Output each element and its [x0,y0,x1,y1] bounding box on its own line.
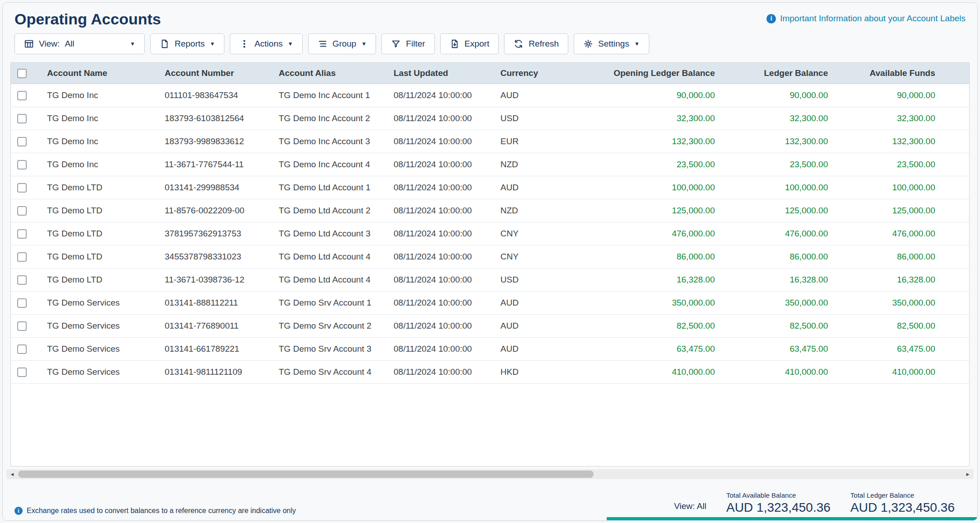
account-alias-cell: TG Demo Inc Account 3 [272,130,387,153]
group-button[interactable]: Group ▼ [308,33,376,54]
column-header-last-updated[interactable]: Last Updated [387,63,494,84]
row-checkbox[interactable] [17,368,27,377]
actions-button[interactable]: Actions ▼ [230,33,302,54]
account-number-cell: 013141-776890011 [158,314,272,337]
row-checkbox[interactable] [17,252,27,262]
account-name-cell: TG Demo Inc [41,107,158,130]
row-checkbox[interactable] [17,229,27,239]
reports-button-label: Reports [175,39,205,49]
account-name-cell: TG Demo Inc [41,153,158,176]
scroll-left-arrow-icon[interactable]: ◄ [6,471,18,477]
filter-button-label: Filter [406,39,425,49]
row-checkbox-cell [11,199,41,222]
table-header-row: Account Name Account Number Account Alia… [11,63,970,84]
export-button[interactable]: Export [440,33,499,54]
row-checkbox[interactable] [17,160,27,170]
table-row[interactable]: TG Demo LTD 11-8576-0022209-00 TG Demo L… [11,199,970,222]
currency-cell: AUD [494,291,557,314]
scrollbar-thumb[interactable] [18,471,594,478]
column-header-opening-ledger-balance[interactable]: Opening Ledger Balance [557,63,720,84]
horizontal-scrollbar[interactable]: ◄ ► [6,469,974,479]
table-row[interactable]: TG Demo LTD 3455378798331023 TG Demo Ltd… [11,245,970,268]
account-alias-cell: TG Demo Inc Account 4 [272,153,387,176]
account-name-cell: TG Demo Inc [41,130,158,153]
account-labels-link[interactable]: i Important Information about your Accou… [766,14,966,24]
table-row[interactable]: TG Demo Services 013141-776890011 TG Dem… [11,314,970,337]
ledger-balance-cell: 23,500.00 [720,153,833,176]
row-checkbox[interactable] [17,183,27,193]
table-row[interactable]: TG Demo Inc 183793-6103812564 TG Demo In… [11,107,970,130]
group-list-icon [318,39,328,49]
total-ledger-balance: Total Ledger Balance AUD 1,323,450.36 [851,491,955,515]
account-labels-link-text: Important Information about your Account… [780,14,966,24]
chevron-down-icon: ▼ [634,41,640,47]
row-checkbox[interactable] [17,275,27,285]
opening-ledger-balance-cell: 476,000.00 [557,222,720,245]
scrollbar-track[interactable] [18,469,962,479]
account-name-cell: TG Demo Inc [41,84,158,107]
group-button-label: Group [333,39,357,49]
bottom-accent-strip [607,517,977,520]
settings-button[interactable]: Settings ▼ [574,33,649,54]
column-header-account-alias[interactable]: Account Alias [272,63,387,84]
available-funds-cell: 100,000.00 [833,176,970,199]
account-name-cell: TG Demo LTD [41,245,158,268]
opening-ledger-balance-cell: 125,000.00 [557,199,720,222]
last-updated-cell: 08/11/2024 10:00:00 [387,314,494,337]
account-name-cell: TG Demo LTD [41,199,158,222]
row-checkbox[interactable] [17,321,27,331]
table-row[interactable]: TG Demo Inc 11-3671-7767544-11 TG Demo I… [11,153,970,176]
last-updated-cell: 08/11/2024 10:00:00 [387,268,494,291]
available-funds-cell: 16,328.00 [833,268,970,291]
column-header-account-name[interactable]: Account Name [41,63,158,84]
table-row[interactable]: TG Demo Services 013141-888112211 TG Dem… [11,291,970,314]
account-alias-cell: TG Demo Srv Account 3 [272,337,387,360]
opening-ledger-balance-cell: 32,300.00 [557,107,720,130]
scroll-right-arrow-icon[interactable]: ► [962,471,974,477]
column-header-account-number[interactable]: Account Number [158,63,272,84]
accounts-table-container: Account Name Account Number Account Alia… [10,62,970,466]
table-row[interactable]: TG Demo LTD 3781957362913753 TG Demo Ltd… [11,222,970,245]
account-number-cell: 183793-6103812564 [158,107,272,130]
available-funds-cell: 350,000.00 [833,291,970,314]
chevron-down-icon: ▼ [288,41,293,47]
available-funds-cell: 132,300.00 [833,130,970,153]
opening-ledger-balance-cell: 132,300.00 [557,130,720,153]
chevron-down-icon: ▼ [210,41,215,47]
row-checkbox[interactable] [17,298,27,308]
select-all-checkbox[interactable] [17,69,27,78]
table-row[interactable]: TG Demo Inc 183793-9989833612 TG Demo In… [11,130,970,153]
opening-ledger-balance-cell: 82,500.00 [557,314,720,337]
row-checkbox[interactable] [17,137,27,146]
available-funds-cell: 86,000.00 [833,245,970,268]
last-updated-cell: 08/11/2024 10:00:00 [387,176,494,199]
table-row[interactable]: TG Demo LTD 11-3671-0398736-12 TG Demo L… [11,268,970,291]
table-row[interactable]: TG Demo Services 013141-9811121109 TG De… [11,360,970,383]
currency-cell: USD [494,107,557,130]
ledger-balance-cell: 132,300.00 [720,130,833,153]
row-checkbox[interactable] [17,91,27,100]
table-body: TG Demo Inc 011101-983647534 TG Demo Inc… [11,84,970,383]
table-row[interactable]: TG Demo LTD 013141-299988534 TG Demo Ltd… [11,176,970,199]
last-updated-cell: 08/11/2024 10:00:00 [387,153,494,176]
ledger-balance-cell: 125,000.00 [720,199,833,222]
account-number-cell: 013141-9811121109 [158,360,272,383]
available-funds-cell: 410,000.00 [833,360,970,383]
column-header-currency[interactable]: Currency [494,63,557,84]
table-row[interactable]: TG Demo Services 013141-661789221 TG Dem… [11,337,970,360]
row-checkbox[interactable] [17,206,27,216]
row-checkbox[interactable] [17,344,27,354]
column-header-ledger-balance[interactable]: Ledger Balance [720,63,833,84]
row-checkbox[interactable] [17,114,27,123]
account-name-cell: TG Demo Services [41,337,158,360]
filter-button[interactable]: Filter [381,33,434,54]
refresh-button[interactable]: Refresh [504,33,568,54]
table-row[interactable]: TG Demo Inc 011101-983647534 TG Demo Inc… [11,84,970,107]
account-alias-cell: TG Demo Inc Account 1 [272,84,387,107]
opening-ledger-balance-cell: 90,000.00 [557,84,720,107]
view-button[interactable]: View: All ▼ [14,33,145,54]
account-number-cell: 11-8576-0022209-00 [158,199,272,222]
reports-button[interactable]: Reports ▼ [150,33,224,54]
account-number-cell: 011101-983647534 [158,84,272,107]
column-header-available-funds[interactable]: Available Funds [833,63,970,84]
